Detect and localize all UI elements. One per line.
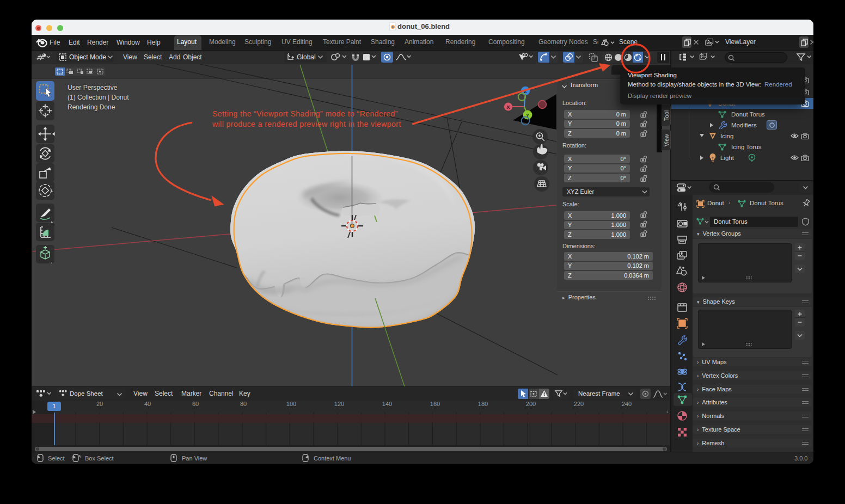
svg-text:X: X [506,105,510,110]
svg-text:Z: Z [524,88,527,94]
